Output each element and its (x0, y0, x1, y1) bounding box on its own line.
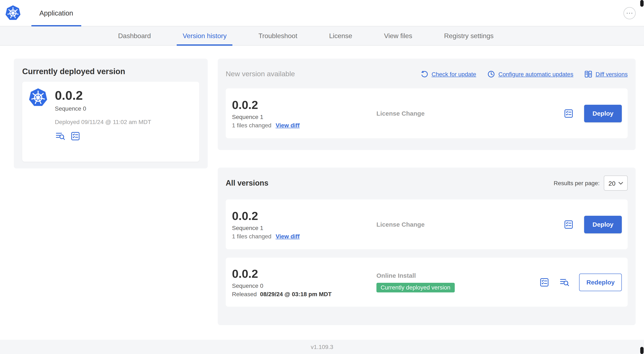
check-for-update-link[interactable]: Check for update (420, 70, 476, 78)
tab-view-files[interactable]: View files (378, 26, 418, 45)
currently-deployed-card: Currently deployed version (14, 59, 208, 168)
configure-automatic-updates-label: Configure automatic updates (498, 71, 573, 78)
more-menu-button[interactable]: ⋯ (624, 7, 636, 19)
version-info: 0.0.2 Sequence 1 1 files changed View di… (232, 98, 376, 128)
version-source: License Change (376, 221, 563, 228)
app-window: Application ⋯ Dashboard Version history … (0, 0, 644, 354)
version-number: 0.0.2 (232, 209, 376, 223)
release-notes-icon (540, 277, 550, 287)
results-per-page: Results per page: 20 (554, 176, 628, 191)
sequence-label: Sequence 0 (55, 105, 151, 112)
ellipsis-icon: ⋯ (626, 10, 633, 17)
main-content: Currently deployed version (0, 46, 644, 340)
refresh-icon (420, 70, 428, 78)
diff-versions-label: Diff versions (596, 71, 628, 78)
console-version: v1.109.3 (311, 343, 333, 350)
deployed-timestamp: Deployed 09/11/24 @ 11:02 am MDT (55, 119, 151, 125)
version-number: 0.0.2 (232, 267, 376, 280)
tab-registry-settings[interactable]: Registry settings (438, 26, 500, 45)
sequence-label: Sequence 1 (232, 113, 376, 120)
tab-version-history[interactable]: Version history (177, 26, 232, 45)
released-line: Released 08/29/24 @ 03:18 pm MDT (232, 290, 376, 297)
release-notes-icon (564, 219, 574, 229)
logs-icon (55, 131, 65, 141)
scrollbar-thumb[interactable] (640, 0, 644, 7)
scrollbar-thumb[interactable] (640, 347, 644, 354)
currently-deployed-badge: Currently deployed version (376, 283, 454, 292)
version-source: Online Install Currently deployed versio… (376, 272, 539, 292)
released-date: 08/29/24 @ 03:18 pm MDT (260, 290, 332, 297)
source-label: Online Install (376, 272, 539, 279)
configure-automatic-updates-link[interactable]: Configure automatic updates (487, 70, 573, 78)
view-logs-button[interactable] (559, 277, 570, 288)
check-for-update-label: Check for update (432, 71, 476, 78)
sequence-label: Sequence 1 (232, 224, 376, 231)
results-per-page-label: Results per page: (554, 180, 600, 186)
results-per-page-value: 20 (608, 180, 615, 187)
results-per-page-select[interactable]: 20 (604, 176, 628, 191)
version-actions: Redeploy (539, 273, 622, 291)
tab-troubleshoot[interactable]: Troubleshoot (252, 26, 303, 45)
files-changed-line: 1 files changed View diff (232, 122, 376, 128)
app-subnav: Dashboard Version history Troubleshoot L… (0, 26, 644, 46)
files-changed-label: 1 files changed (232, 122, 271, 128)
release-notes-button[interactable] (70, 131, 81, 142)
app-tab-label: Application (39, 9, 73, 17)
version-number: 0.0.2 (232, 98, 376, 112)
all-versions-title: All versions (226, 179, 268, 187)
diff-versions-link[interactable]: Diff versions (584, 70, 628, 78)
deploy-button[interactable]: Deploy (584, 105, 622, 122)
released-label: Released (232, 290, 257, 297)
release-notes-icon (564, 108, 574, 118)
deploy-button[interactable]: Deploy (584, 216, 622, 233)
files-changed-label: 1 files changed (232, 233, 271, 239)
tab-label: Version history (183, 32, 227, 40)
tab-label: Dashboard (118, 32, 151, 40)
view-diff-link[interactable]: View diff (276, 122, 300, 128)
version-info: 0.0.2 Sequence 1 1 files changed View di… (232, 209, 376, 239)
release-notes-button[interactable] (539, 277, 550, 288)
deployed-version-details: 0.0.2 Sequence 0 Deployed 09/11/24 @ 11:… (55, 88, 151, 155)
new-version-actions: Check for update Configure automatic upd… (420, 70, 628, 78)
deployed-actions (55, 131, 151, 142)
deployed-version-box: 0.0.2 Sequence 0 Deployed 09/11/24 @ 11:… (22, 82, 199, 162)
app-tab-application[interactable]: Application (32, 0, 81, 26)
view-diff-link[interactable]: View diff (276, 233, 300, 239)
version-source: License Change (376, 110, 563, 117)
kubernetes-logo-icon (5, 5, 21, 21)
version-row: 0.0.2 Sequence 0 Released 08/29/24 @ 03:… (226, 258, 628, 307)
version-info: 0.0.2 Sequence 0 Released 08/29/24 @ 03:… (232, 267, 376, 297)
app-header: Application ⋯ (0, 0, 644, 26)
release-notes-icon (70, 131, 80, 141)
version-row: 0.0.2 Sequence 1 1 files changed View di… (226, 199, 628, 249)
currently-deployed-title: Currently deployed version (22, 67, 199, 76)
new-version-row: 0.0.2 Sequence 1 1 files changed View di… (226, 88, 628, 138)
new-version-title: New version available (226, 70, 295, 78)
sequence-label: Sequence 0 (232, 282, 376, 289)
tab-license[interactable]: License (323, 26, 358, 45)
new-version-card: New version available Check for update (218, 59, 636, 150)
kubernetes-app-icon (28, 88, 48, 107)
tab-dashboard[interactable]: Dashboard (112, 26, 157, 45)
logs-icon (560, 277, 570, 287)
schedule-clock-icon (487, 70, 495, 78)
version-actions: Deploy (563, 216, 622, 233)
release-notes-button[interactable] (563, 219, 574, 230)
tab-label: Troubleshoot (258, 32, 297, 40)
view-logs-button[interactable] (55, 131, 66, 142)
source-label: License Change (376, 221, 563, 228)
all-versions-header: All versions Results per page: 20 (226, 176, 628, 191)
files-changed-line: 1 files changed View diff (232, 233, 376, 239)
tab-label: License (329, 32, 352, 40)
chevron-down-icon (618, 182, 623, 185)
release-notes-button[interactable] (563, 108, 574, 119)
version-actions: Deploy (563, 105, 622, 122)
redeploy-button[interactable]: Redeploy (579, 273, 622, 291)
tab-label: Registry settings (444, 32, 494, 40)
all-versions-card: All versions Results per page: 20 0.0.2 … (218, 168, 636, 325)
version-number: 0.0.2 (55, 88, 151, 103)
new-version-header: New version available Check for update (226, 67, 628, 82)
diff-icon (584, 70, 592, 78)
source-label: License Change (376, 110, 563, 117)
app-footer: v1.109.3 (0, 340, 644, 354)
